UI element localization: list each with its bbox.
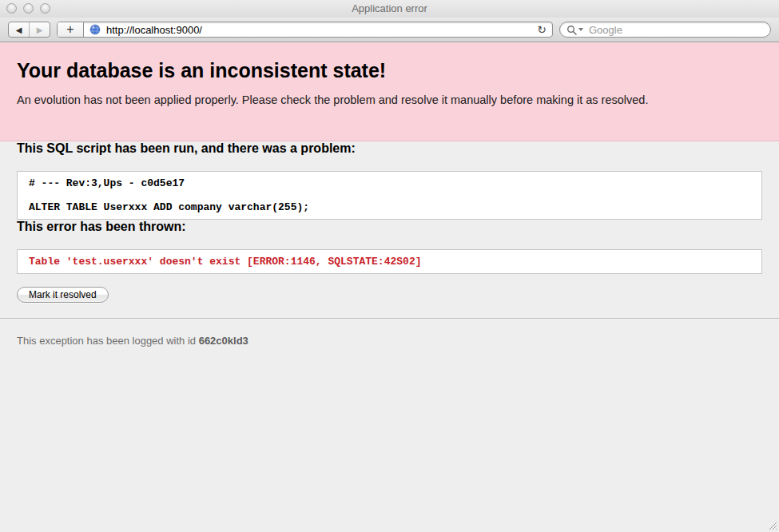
back-arrow-icon: ◀ (16, 26, 22, 34)
sql-script-box: # --- Rev:3,Ups - c0d5e17 ALTER TABLE Us… (17, 171, 762, 220)
thrown-error-box: Table 'test.userxxx' doesn't exist [ERRO… (17, 249, 762, 274)
search-icon (566, 25, 577, 35)
browser-toolbar: ◀ ▶ + ↻ (0, 18, 779, 42)
error-banner-title: Your database is an inconsistent state! (17, 59, 762, 82)
resize-grip-icon[interactable] (766, 519, 777, 530)
search-options-chevron-icon (578, 28, 583, 31)
address-bar: + ↻ (57, 22, 553, 38)
search-icon-group[interactable] (566, 25, 583, 35)
reload-icon: ↻ (537, 23, 546, 36)
error-banner: Your database is an inconsistent state! … (0, 42, 779, 141)
back-button[interactable]: ◀ (9, 22, 30, 37)
main-content: This SQL script has been run, and there … (0, 141, 779, 303)
reload-button[interactable]: ↻ (531, 22, 552, 37)
exception-log-text: This exception has been logged with id (17, 335, 199, 347)
window-titlebar: Application error (0, 0, 779, 18)
add-bookmark-button[interactable]: + (58, 22, 84, 37)
window-title: Application error (0, 0, 779, 18)
search-input[interactable] (587, 23, 764, 37)
forward-arrow-icon: ▶ (37, 26, 43, 34)
plus-icon: + (66, 22, 74, 37)
error-banner-message: An evolution has not been applied proper… (17, 93, 762, 106)
thrown-error-heading: This error has been thrown: (17, 220, 762, 234)
forward-button[interactable]: ▶ (30, 22, 50, 37)
exception-log-id: 662c0kld3 (199, 335, 248, 347)
nav-button-group: ◀ ▶ (8, 22, 50, 38)
google-search-field[interactable] (559, 22, 771, 38)
globe-favicon-icon (89, 24, 101, 35)
exception-log-note: This exception has been logged with id 6… (0, 319, 779, 347)
url-input[interactable] (105, 22, 531, 37)
sql-script-heading: This SQL script has been run, and there … (17, 141, 762, 156)
mark-resolved-button[interactable]: Mark it resolved (17, 287, 109, 303)
